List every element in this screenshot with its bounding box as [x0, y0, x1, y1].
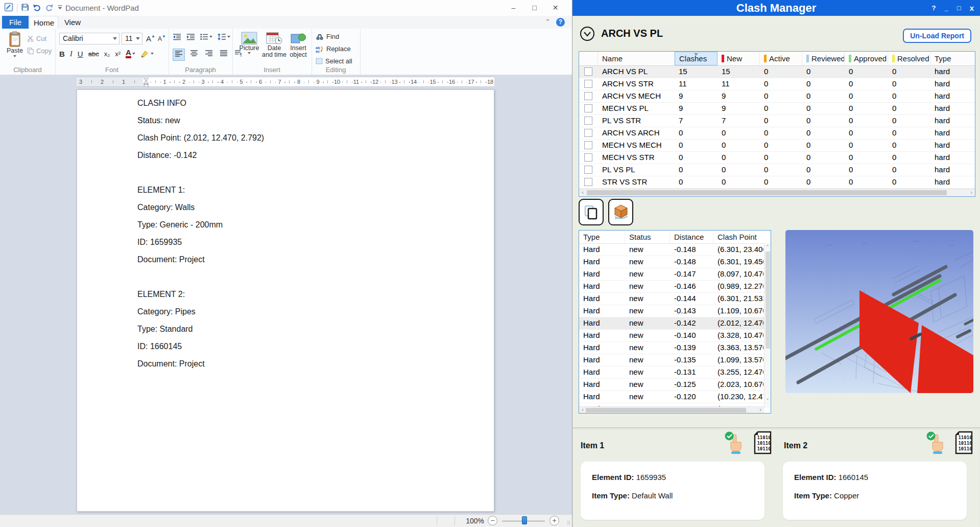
- wordpad-app-icon[interactable]: [4, 3, 13, 14]
- shrink-font-icon[interactable]: A▼: [157, 33, 167, 44]
- minimize-button[interactable]: –: [503, 0, 524, 16]
- scroll-left-icon[interactable]: ‹: [579, 407, 586, 414]
- table-row[interactable]: ARCH VS ARCH000000hard: [579, 127, 975, 140]
- list-icon[interactable]: [200, 33, 212, 42]
- scroll-right-icon[interactable]: ›: [757, 407, 764, 414]
- detail-row[interactable]: Hardnew-0.135(1.099, 13.570: [579, 354, 771, 366]
- row-checkbox[interactable]: [584, 117, 592, 125]
- minimize-button[interactable]: _: [945, 4, 948, 12]
- row-checkbox[interactable]: [584, 153, 592, 162]
- column-header-type[interactable]: Type: [579, 231, 625, 243]
- font-family-select[interactable]: Calibri: [59, 33, 119, 44]
- scroll-left-icon[interactable]: ‹: [579, 189, 586, 196]
- row-checkbox[interactable]: [584, 141, 592, 149]
- detail-row[interactable]: Hardnew-0.140(3.328, 10.470: [579, 330, 771, 342]
- row-checkbox[interactable]: [584, 129, 592, 137]
- zoom-slider-thumb[interactable]: [522, 516, 527, 524]
- grow-font-icon[interactable]: A▲: [146, 33, 156, 44]
- tab-file[interactable]: File: [2, 16, 29, 29]
- unload-report-button[interactable]: Un-Load Report: [903, 29, 971, 43]
- column-header-new[interactable]: New: [718, 52, 760, 65]
- horizontal-scrollbar[interactable]: ‹ ›: [579, 189, 975, 196]
- table-row[interactable]: STR VS STR000000hard: [579, 176, 975, 189]
- detail-row[interactable]: Hardnew-0.148(6.301, 23.406: [579, 244, 771, 256]
- strikethrough-button[interactable]: abc: [88, 50, 99, 58]
- save-icon[interactable]: [21, 3, 29, 13]
- column-header-distance[interactable]: Distance: [670, 231, 713, 243]
- table-row[interactable]: ARCH VS PL15150000hard: [579, 66, 975, 78]
- scroll-right-icon[interactable]: ›: [968, 189, 975, 196]
- vertical-scrollbar[interactable]: ⌃ ⌄: [764, 243, 771, 408]
- item-2-properties-icon[interactable]: 11010 10110 10110: [954, 431, 973, 456]
- detail-row[interactable]: Hardnew-0.148(6.301, 19.450: [579, 256, 771, 268]
- select-item-2-icon[interactable]: [926, 431, 947, 459]
- select-all-button[interactable]: Select all: [316, 57, 352, 65]
- column-header-reviewed[interactable]: Reviewed: [802, 52, 845, 65]
- font-color-button[interactable]: A: [126, 49, 135, 58]
- justify-icon[interactable]: [218, 49, 229, 61]
- table-row[interactable]: PL VS PL000000hard: [579, 164, 975, 176]
- scroll-up-icon[interactable]: ⌃: [764, 244, 771, 249]
- document-page[interactable]: CLASH INFOStatus: newClash Point: (2.012…: [77, 89, 494, 512]
- row-checkbox[interactable]: [584, 67, 592, 76]
- line-spacing-icon[interactable]: [218, 33, 230, 42]
- decrease-indent-icon[interactable]: [173, 33, 181, 42]
- insert-picture-button[interactable]: Picture: [238, 32, 260, 54]
- column-header-clashes[interactable]: Clashes: [675, 52, 718, 65]
- detail-row[interactable]: Hardnew-0.144(6.301, 21.533: [579, 293, 771, 305]
- resize-grip[interactable]: ⠿: [567, 520, 571, 526]
- scrollbar-thumb[interactable]: [586, 408, 746, 413]
- ruler[interactable]: 321123456789101112131415161718: [0, 77, 572, 87]
- bold-button[interactable]: B: [59, 50, 65, 58]
- scrollbar-thumb[interactable]: [766, 251, 770, 349]
- column-header-type[interactable]: Type: [930, 52, 975, 65]
- horizontal-scrollbar[interactable]: ‹ ›: [579, 406, 764, 413]
- row-checkbox[interactable]: [584, 92, 592, 100]
- copy-button[interactable]: Copy: [27, 47, 52, 55]
- table-row[interactable]: ARCH VS MECH990000hard: [579, 90, 975, 103]
- detail-row[interactable]: Hardnew-0.146(0.989, 12.270: [579, 281, 771, 293]
- maximize-button[interactable]: □: [524, 0, 545, 16]
- column-header-clash-point[interactable]: Clash Point: [713, 231, 763, 243]
- font-size-select[interactable]: 11: [122, 33, 142, 44]
- item-1-properties-icon[interactable]: 11010 10110 10110: [753, 431, 772, 456]
- tab-home[interactable]: Home: [30, 16, 58, 29]
- column-header-name[interactable]: Name: [598, 52, 675, 65]
- row-checkbox[interactable]: [584, 166, 592, 174]
- detail-row[interactable]: Hardnew-0.131(3.255, 12.470: [579, 366, 771, 379]
- table-row[interactable]: PL VS STR770000hard: [579, 115, 975, 127]
- table-row[interactable]: ARCH VS STR11110000hard: [579, 78, 975, 90]
- document-area[interactable]: CLASH INFOStatus: newClash Point: (2.012…: [0, 87, 572, 514]
- 3d-viewport[interactable]: [785, 230, 973, 393]
- detail-row[interactable]: Hardnew-0.142(2.012, 12.470: [579, 317, 771, 330]
- scrollbar-thumb[interactable]: [587, 190, 947, 195]
- row-checkbox[interactable]: [584, 178, 592, 186]
- superscript-button[interactable]: x²: [115, 50, 121, 58]
- zoom-in-button[interactable]: +: [549, 516, 559, 525]
- help-icon[interactable]: ?: [556, 18, 565, 27]
- undo-icon[interactable]: [33, 3, 41, 13]
- close-button[interactable]: ✕: [545, 0, 566, 16]
- row-checkbox[interactable]: [584, 104, 592, 112]
- help-button[interactable]: ?: [932, 4, 936, 12]
- collapse-ribbon-icon[interactable]: ⌃: [545, 18, 551, 26]
- underline-button[interactable]: U: [78, 50, 83, 58]
- detail-row[interactable]: Hardnew-0.139(3.363, 13.570: [579, 342, 771, 354]
- column-header-status[interactable]: Status: [625, 231, 670, 243]
- redo-icon[interactable]: [45, 3, 54, 13]
- collapse-section-icon[interactable]: [580, 26, 595, 43]
- italic-button[interactable]: I: [70, 50, 73, 58]
- subscript-button[interactable]: x₂: [104, 50, 110, 58]
- close-button[interactable]: x: [970, 4, 974, 12]
- detail-row[interactable]: Hardnew-0.120(10.230, 12.47: [579, 391, 771, 403]
- align-right-icon[interactable]: [203, 49, 214, 61]
- align-left-icon[interactable]: [173, 49, 185, 61]
- insert-object-button[interactable]: Insert object: [288, 32, 309, 58]
- column-header-resolved[interactable]: Resolved: [888, 52, 930, 65]
- row-checkbox[interactable]: [584, 80, 592, 88]
- increase-indent-icon[interactable]: [186, 33, 195, 42]
- select-item-1-icon[interactable]: [724, 431, 746, 459]
- detail-row[interactable]: Hardnew-0.143(1.109, 10.670: [579, 305, 771, 317]
- maximize-button[interactable]: □: [957, 4, 961, 12]
- scroll-down-icon[interactable]: ⌄: [764, 396, 771, 401]
